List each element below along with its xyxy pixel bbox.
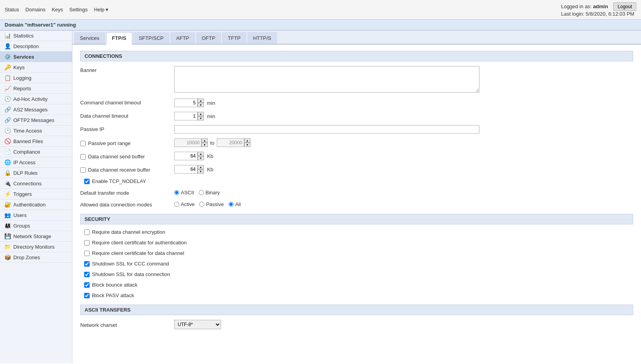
sidebar-label-dropzones: Drop Zones xyxy=(13,255,40,260)
send-buffer-spinwrap: ▲ ▼ xyxy=(174,152,204,160)
req-data-enc-checkbox[interactable] xyxy=(84,230,90,235)
recv-buffer-checkbox[interactable] xyxy=(80,167,86,173)
sidebar-item-bannedfiles[interactable]: 🚫 Banned Files xyxy=(0,136,72,147)
send-buffer-down[interactable]: ▼ xyxy=(198,156,204,160)
cmd-timeout-down[interactable]: ▼ xyxy=(198,103,204,107)
timeaccess-icon: 🕒 xyxy=(4,127,11,134)
recv-buffer-input[interactable] xyxy=(174,165,198,174)
tab-ftps[interactable]: FTP/S xyxy=(106,32,132,45)
recv-buffer-spinwrap: ▲ ▼ xyxy=(174,165,204,174)
network-charset-control: UTF-8* xyxy=(174,320,633,329)
send-buffer-checkbox[interactable] xyxy=(80,154,86,160)
binary-radio[interactable] xyxy=(199,190,204,195)
all-radio-label: All xyxy=(235,201,241,207)
data-timeout-down[interactable]: ▼ xyxy=(198,116,204,120)
cmd-timeout-up[interactable]: ▲ xyxy=(198,99,204,103)
sidebar-item-services[interactable]: ⚙️ Services xyxy=(0,52,72,62)
recv-buffer-unit: Kb xyxy=(207,167,213,172)
logout-button[interactable]: Logout xyxy=(613,2,636,11)
passive-radio[interactable] xyxy=(199,202,204,207)
sidebar-item-directorymonitors[interactable]: 📁 Directory Monitors xyxy=(0,242,72,252)
tcp-nodelay-row: Enable TCP_NODELAY xyxy=(80,178,633,185)
sidebar-label-groups: Groups xyxy=(13,223,30,229)
req-client-auth-checkbox[interactable] xyxy=(84,240,90,246)
tab-aftp[interactable]: AFTP xyxy=(170,32,195,44)
sidebar-item-networkstorage[interactable]: 💾 Network Storage xyxy=(0,231,72,242)
sidebar-item-statistics[interactable]: 📊 Statistics xyxy=(0,30,72,41)
nav-help[interactable]: Help ▾ xyxy=(94,7,108,13)
content-area: Services FTP/S SFTP/SCP AFTP OFTP TFTP H… xyxy=(72,30,641,363)
sidebar-item-groups[interactable]: 👨‍👩‍👧 Groups xyxy=(0,221,72,231)
as2-icon: 🔗 xyxy=(4,106,11,113)
security-shutdown-ssl-data-row: Shutdown SSL for data connection xyxy=(80,271,633,278)
tab-services[interactable]: Services xyxy=(74,32,105,44)
tab-https[interactable]: HTTP/S xyxy=(247,32,277,44)
tab-sftp[interactable]: SFTP/SCP xyxy=(133,32,170,44)
nav-settings[interactable]: Settings xyxy=(69,7,88,13)
nav-domains[interactable]: Domains xyxy=(25,7,45,13)
sidebar-item-triggers[interactable]: ⚡ Triggers xyxy=(0,189,72,199)
sidebar-item-compliance[interactable]: 📄 Compliance xyxy=(0,147,72,157)
cmd-timeout-spinner: ▲ ▼ xyxy=(198,99,204,107)
recv-buffer-down[interactable]: ▼ xyxy=(198,169,204,174)
network-charset-select[interactable]: UTF-8* xyxy=(174,320,221,329)
tab-tftp[interactable]: TFTP xyxy=(222,32,247,44)
all-radio[interactable] xyxy=(229,202,234,207)
passive-port-from-down[interactable]: ▼ xyxy=(202,143,208,147)
sidebar-item-description[interactable]: 👤 Description xyxy=(0,41,72,52)
sidebar-item-dropzones[interactable]: 📦 Drop Zones xyxy=(0,252,72,263)
bannedfiles-icon: 🚫 xyxy=(4,138,11,144)
passive-port-to-down[interactable]: ▼ xyxy=(244,143,250,147)
data-timeout-input[interactable] xyxy=(174,112,198,120)
sidebar-item-oftp2[interactable]: 🔗 OFTP2 Messages xyxy=(0,115,72,126)
passive-ip-input[interactable] xyxy=(174,125,479,134)
send-buffer-input[interactable] xyxy=(174,152,198,160)
banner-textarea[interactable] xyxy=(174,66,479,93)
help-label: Help xyxy=(94,7,104,13)
passive-port-to-input[interactable] xyxy=(217,138,244,147)
sidebar-item-users[interactable]: 👥 Users xyxy=(0,210,72,221)
passive-port-label: Passive port range xyxy=(88,140,130,146)
logging-icon: 📋 xyxy=(4,75,11,81)
tcp-nodelay-checkbox[interactable] xyxy=(84,179,90,184)
recv-buffer-up[interactable]: ▲ xyxy=(198,165,204,169)
sidebar-item-keys[interactable]: 🔑 Keys xyxy=(0,62,72,73)
tab-bar: Services FTP/S SFTP/SCP AFTP OFTP TFTP H… xyxy=(72,30,641,45)
sidebar-item-timeaccess[interactable]: 🕒 Time Access xyxy=(0,126,72,136)
passive-port-from-input[interactable] xyxy=(174,138,202,147)
data-timeout-up[interactable]: ▲ xyxy=(198,112,204,116)
dlprules-icon: 🔒 xyxy=(4,170,11,176)
active-radio[interactable] xyxy=(174,202,179,207)
passive-ip-control xyxy=(174,125,633,134)
shutdown-ssl-ccc-checkbox[interactable] xyxy=(84,261,90,267)
cmd-timeout-input[interactable] xyxy=(174,99,198,107)
sidebar-item-as2[interactable]: 🔗 AS2 Messages xyxy=(0,104,72,115)
sidebar-item-dlprules[interactable]: 🔒 DLP Rules xyxy=(0,168,72,178)
active-radio-item: Active xyxy=(174,201,194,207)
sidebar-item-authentication[interactable]: 🔐 Authentication xyxy=(0,199,72,210)
sidebar-item-ipaccess[interactable]: 🌐 IP Access xyxy=(0,157,72,168)
block-pasv-checkbox[interactable] xyxy=(84,293,90,298)
nav-keys[interactable]: Keys xyxy=(52,7,63,13)
send-buffer-up[interactable]: ▲ xyxy=(198,152,204,156)
req-client-data-checkbox[interactable] xyxy=(84,251,90,256)
sidebar-label-bannedfiles: Banned Files xyxy=(13,138,43,144)
adhoc-icon: 🕐 xyxy=(4,96,11,102)
sidebar-item-connections[interactable]: 🔌 Connections xyxy=(0,178,72,189)
data-timeout-spinner: ▲ ▼ xyxy=(198,112,204,120)
directorymonitors-icon: 📁 xyxy=(4,244,11,250)
nav-status[interactable]: Status xyxy=(5,7,19,13)
passive-port-from-up[interactable]: ▲ xyxy=(202,138,208,143)
shutdown-ssl-data-checkbox[interactable] xyxy=(84,272,90,277)
block-bounce-checkbox[interactable] xyxy=(84,282,90,288)
sidebar-label-directorymonitors: Directory Monitors xyxy=(13,244,54,250)
networkstorage-icon: 💾 xyxy=(4,233,11,239)
passive-port-to-up[interactable]: ▲ xyxy=(244,138,250,143)
passive-port-checkbox[interactable] xyxy=(80,141,86,146)
sidebar-item-reports[interactable]: 📈 Reports xyxy=(0,83,72,94)
sidebar-label-dlprules: DLP Rules xyxy=(13,170,38,176)
sidebar-item-adhoc[interactable]: 🕐 Ad-Hoc Activity xyxy=(0,94,72,104)
ascii-radio[interactable] xyxy=(174,190,179,195)
tab-oftp[interactable]: OFTP xyxy=(196,32,221,44)
sidebar-item-logging[interactable]: 📋 Logging xyxy=(0,73,72,83)
